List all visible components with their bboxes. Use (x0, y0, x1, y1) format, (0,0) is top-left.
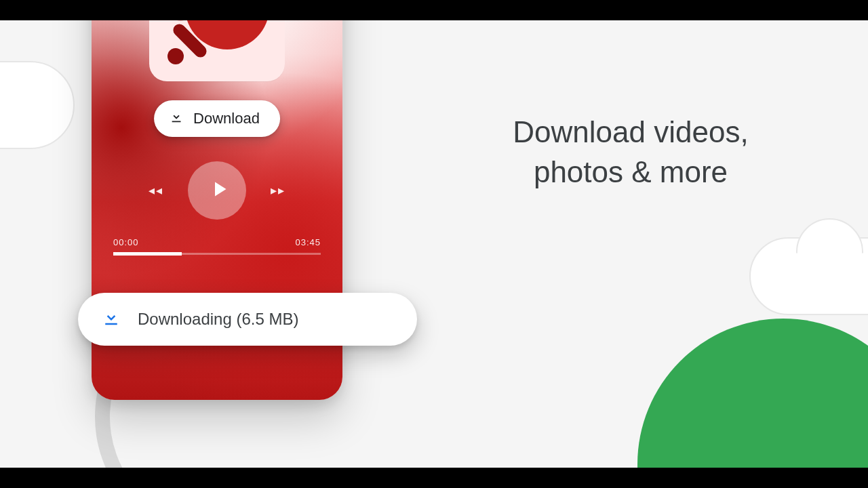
playback-progress[interactable]: 00:00 03:45 (113, 237, 321, 255)
cloud-decoration (0, 61, 75, 149)
total-time: 03:45 (295, 237, 321, 247)
current-time: 00:00 (113, 237, 139, 247)
download-icon (169, 109, 184, 128)
play-button[interactable] (188, 161, 246, 220)
rewind-icon[interactable]: ◂◂ (149, 183, 163, 198)
progress-fill (113, 252, 182, 256)
download-icon (101, 307, 121, 331)
sword-shield-icon (159, 20, 275, 73)
downloading-toast[interactable]: Downloading (6.5 MB) (78, 293, 417, 346)
headline: Download videos, photos & more (434, 112, 827, 192)
downloading-toast-label: Downloading (6.5 MB) (138, 310, 298, 329)
headline-line2: photos & more (434, 152, 827, 192)
headline-line1: Download videos, (434, 112, 827, 152)
app-tile (149, 20, 285, 81)
media-controls: ◂◂ ▸▸ (92, 161, 342, 220)
play-icon (203, 177, 231, 204)
forward-icon[interactable]: ▸▸ (271, 183, 285, 198)
promo-stage: Download videos, photos & more (0, 20, 868, 468)
cloud-decoration (749, 237, 868, 315)
hill-decoration (637, 319, 868, 468)
svg-point-4 (167, 48, 184, 64)
letterbox-bottom (0, 468, 868, 488)
letterbox-top (0, 0, 868, 20)
download-button-label: Download (193, 110, 260, 127)
download-button[interactable]: Download (154, 100, 280, 137)
progress-track[interactable] (113, 253, 321, 255)
